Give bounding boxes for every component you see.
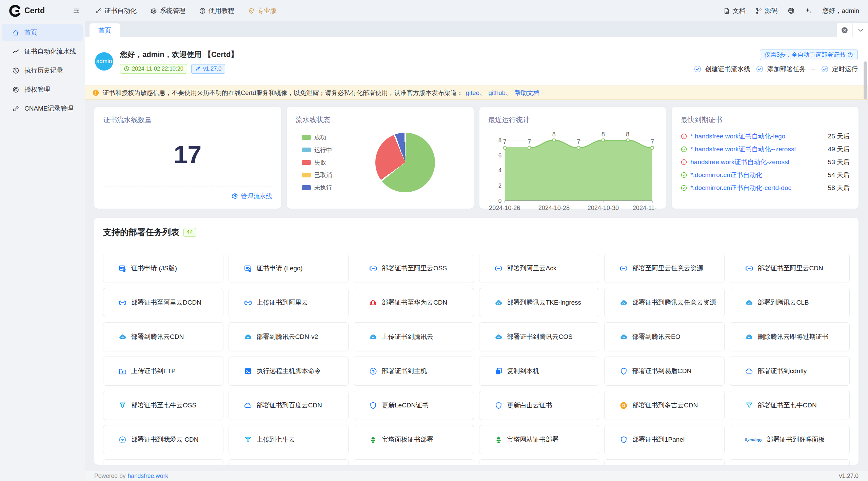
expiring-cert-row[interactable]: *.docmirror.cn证书自动化-certd-doc 58 天后 <box>680 181 850 194</box>
task-card[interactable]: 部署到腾讯云EO <box>604 322 725 351</box>
task-card[interactable]: 上传证书到腾讯云 <box>354 322 474 351</box>
sidebar-item-history[interactable]: 执行历史记录 <box>2 62 83 79</box>
legend-item-已取消[interactable]: 已取消 <box>302 171 332 179</box>
task-card-partial[interactable] <box>479 459 599 465</box>
task-card-partial[interactable] <box>730 459 850 465</box>
task-card[interactable]: 更新LeCDN证书 <box>354 391 474 420</box>
source-link[interactable]: 源码 <box>755 6 777 15</box>
nav-item-tutorial[interactable]: 使用教程 <box>199 6 234 15</box>
recent-runs-chart[interactable]: 0246877878872024-10-262024-10-282024-10-… <box>488 125 657 216</box>
task-card[interactable]: 部署证书到我爱云 CDN <box>103 425 223 454</box>
globe-icon[interactable] <box>788 7 795 14</box>
scrollbar-thumb[interactable] <box>864 61 867 99</box>
task-card[interactable]: 部署到腾讯云CLB <box>730 288 850 317</box>
manage-pipelines-link[interactable]: 管理流水线 <box>232 192 272 200</box>
tab-list-dropdown[interactable] <box>852 23 868 37</box>
task-card[interactable]: 部署证书到腾讯云任意云资源 <box>604 288 725 317</box>
cert-name-link[interactable]: *.docmirror.cn证书自动化 <box>690 171 762 179</box>
task-card[interactable]: 部署到腾讯云CDN-v2 <box>229 322 349 351</box>
task-card-partial[interactable] <box>354 459 474 465</box>
nav-item-label: 使用教程 <box>209 6 234 15</box>
tab-bar: 首页 <box>85 21 868 37</box>
alert-link-帮助文档[interactable]: 帮助文档 <box>514 89 539 96</box>
sidebar-item-pipelines[interactable]: 证书自动化流水线 <box>2 43 83 60</box>
task-card[interactable]: 部署证书至七牛CDN <box>730 391 850 420</box>
tab-home[interactable]: 首页 <box>90 23 120 37</box>
task-card[interactable]: 宝塔面板证书部署 <box>354 425 474 454</box>
user-greeting[interactable]: 您好，admin <box>822 6 859 15</box>
sparkles-icon[interactable] <box>805 7 812 14</box>
task-label: 部署证书至阿里云CDN <box>758 264 826 273</box>
nav-item-pro-version[interactable]: 专业版 <box>248 6 277 15</box>
task-card[interactable]: 复制到本机 <box>479 357 599 386</box>
task-card[interactable]: 部署证书到主机 <box>354 357 474 386</box>
cert-name-link[interactable]: handsfree.work证书自动化-zerossl <box>690 158 789 167</box>
expiring-cert-row[interactable]: *.handsfree.work证书自动化-lego 25 天后 <box>680 130 850 143</box>
aliyun-icon <box>494 264 503 273</box>
task-card[interactable]: Synology 部署证书到群晖面板 <box>730 425 850 454</box>
task-card[interactable]: 部署到腾讯云TKE-ingress <box>479 288 599 317</box>
task-card[interactable]: 部署证书到cdnfly <box>730 357 850 386</box>
sidebar-item-cname[interactable]: CNAME记录管理 <box>2 100 83 117</box>
task-card[interactable]: 部署证书到易盾CDN <box>604 357 725 386</box>
aliyun-icon <box>745 264 753 273</box>
cert-name-link[interactable]: *.handsfree.work证书自动化--zerossl <box>690 145 795 154</box>
task-card[interactable]: 部署到阿里云Ack <box>479 254 599 283</box>
expiring-cert-row[interactable]: *.docmirror.cn证书自动化 54 天后 <box>680 169 850 181</box>
app-logo[interactable]: Certd <box>9 5 45 17</box>
guide-badge[interactable]: 仅需3步，全自动申请部署证书 <box>760 50 858 60</box>
doc-link[interactable]: 文档 <box>723 6 745 15</box>
legend-item-未执行[interactable]: 未执行 <box>302 184 332 192</box>
alert-link-github[interactable]: github <box>488 89 505 96</box>
task-card[interactable]: 部署证书到1Panel <box>604 425 725 454</box>
task-card[interactable]: 部署证书至华为云CDN <box>354 288 474 317</box>
status-pie-chart[interactable] <box>375 133 435 192</box>
chevron-down-icon <box>857 26 864 34</box>
task-card[interactable]: 部署证书至七牛云OSS <box>103 391 223 420</box>
task-card[interactable]: 部署至阿里云任意云资源 <box>604 254 725 283</box>
alert-link-gitee[interactable]: gitee <box>466 89 479 96</box>
task-card-partial[interactable] <box>604 459 725 465</box>
menu-fold-icon[interactable] <box>73 7 80 15</box>
task-card[interactable]: 上传证书到FTP <box>103 357 223 386</box>
legend-item-运行中[interactable]: 运行中 <box>302 146 332 154</box>
legend-item-成功[interactable]: 成功 <box>302 133 332 141</box>
task-card-partial[interactable] <box>229 459 349 465</box>
task-card[interactable]: 宝塔网站证书部署 <box>479 425 599 454</box>
task-card[interactable]: 部署证书到腾讯云COS <box>479 322 599 351</box>
expiring-cert-row[interactable]: handsfree.work证书自动化-zerossl 53 天后 <box>680 156 850 169</box>
clock-icon <box>124 66 130 72</box>
close-tab-button[interactable] <box>837 23 852 37</box>
task-card[interactable]: 证书申请 (JS版) <box>103 254 223 283</box>
content-area: 首页 admin 您好，admin，欢迎使用 【Certd】 <box>85 21 868 481</box>
task-card[interactable]: 部署证书至阿里云OSS <box>354 254 474 283</box>
task-card[interactable]: 上传证书到阿里云 <box>229 288 349 317</box>
expiring-cert-row[interactable]: *.handsfree.work证书自动化--zerossl 49 天后 <box>680 143 850 156</box>
handsfree-link[interactable]: handsfree.work <box>127 473 168 480</box>
task-card[interactable]: 删除腾讯云即将过期证书 <box>730 322 850 351</box>
avatar[interactable]: admin <box>95 52 113 71</box>
version-badge: v1.27.0 <box>191 64 225 74</box>
legend-item-失败[interactable]: 失败 <box>302 158 332 167</box>
sidebar-item-auth[interactable]: 授权管理 <box>2 81 83 98</box>
task-card[interactable]: 部署到腾讯云CDN <box>103 322 223 351</box>
task-card[interactable]: 更新白山云证书 <box>479 391 599 420</box>
task-card[interactable]: 部署证书至阿里云CDN <box>730 254 850 283</box>
task-card[interactable]: D 部署证书到多吉云CDN <box>604 391 725 420</box>
task-card[interactable]: 部署证书到百度云CDN <box>229 391 349 420</box>
trend-icon <box>12 48 19 55</box>
nav-item-label: 系统管理 <box>160 6 185 15</box>
nav-item-cert-automation[interactable]: 证书自动化 <box>95 6 137 15</box>
task-card[interactable]: 执行远程主机脚本命令 <box>229 357 349 386</box>
step-label: 创建证书流水线 <box>705 65 750 74</box>
nav-item-label: 证书自动化 <box>104 6 137 15</box>
sidebar-item-home[interactable]: 首页 <box>2 24 83 41</box>
task-card[interactable]: 部署证书至阿里云DCDN <box>103 288 223 317</box>
task-card[interactable]: 证书申请 (Lego) <box>229 254 349 283</box>
task-label: 部署到腾讯云EO <box>632 332 683 341</box>
task-card-partial[interactable] <box>103 459 223 465</box>
task-card[interactable]: 上传到七牛云 <box>229 425 349 454</box>
nav-item-system-management[interactable]: 系统管理 <box>150 6 185 15</box>
cert-name-link[interactable]: *.handsfree.work证书自动化-lego <box>690 132 785 141</box>
cert-name-link[interactable]: *.docmirror.cn证书自动化-certd-doc <box>690 184 791 192</box>
